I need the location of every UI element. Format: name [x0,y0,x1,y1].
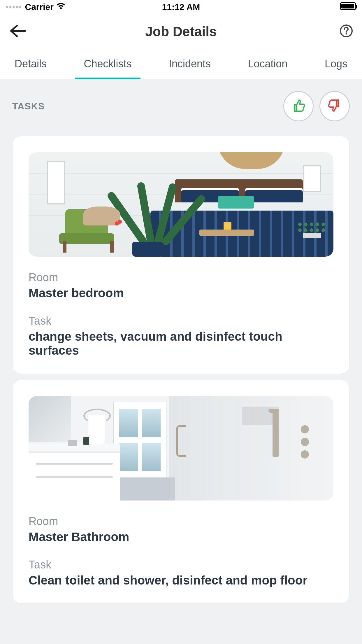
thumbs-down-icon [327,98,342,115]
thumbs-up-icon [291,98,306,115]
room-image-bathroom [29,396,333,501]
nav-header: Job Details [0,14,362,49]
tab-location[interactable]: Location [248,58,287,79]
task-label: Task [29,315,333,327]
task-card[interactable]: Room Master Bathroom Task Clean toilet a… [12,380,350,604]
room-label: Room [29,515,333,528]
thumbs-down-button[interactable] [319,91,350,121]
tab-incidents[interactable]: Incidents [169,58,211,79]
carrier-label: Carrier [25,2,54,12]
section-title: TASKS [12,101,45,112]
task-value: change sheets, vacuum and disinfect touc… [29,330,333,358]
task-value: Clean toilet and shower, disinfect and m… [29,573,333,587]
room-value: Master bedroom [29,286,333,300]
task-card[interactable]: Room Master bedroom Task change sheets, … [12,136,350,374]
page-title: Job Details [145,24,217,39]
status-bar: ••••• Carrier 11:12 AM [0,0,362,14]
back-button[interactable] [9,24,26,38]
help-button[interactable] [339,24,353,39]
svg-point-1 [346,33,347,34]
room-label: Room [29,271,333,284]
room-image-bedroom [29,152,333,257]
thumbs-up-button[interactable] [283,91,314,121]
room-value: Master Bathroom [29,530,333,544]
clock: 11:12 AM [162,2,200,12]
tab-logs[interactable]: Logs [325,58,347,79]
task-label: Task [29,559,333,571]
signal-dots-icon: ••••• [6,3,22,12]
tab-checklists[interactable]: Checklists [84,58,131,79]
content-area: TASKS [0,79,362,644]
tab-bar: Details Checklists Incidents Location Lo… [0,49,362,79]
battery-icon [340,2,356,12]
tab-details[interactable]: Details [15,58,47,79]
wifi-icon [57,2,65,12]
